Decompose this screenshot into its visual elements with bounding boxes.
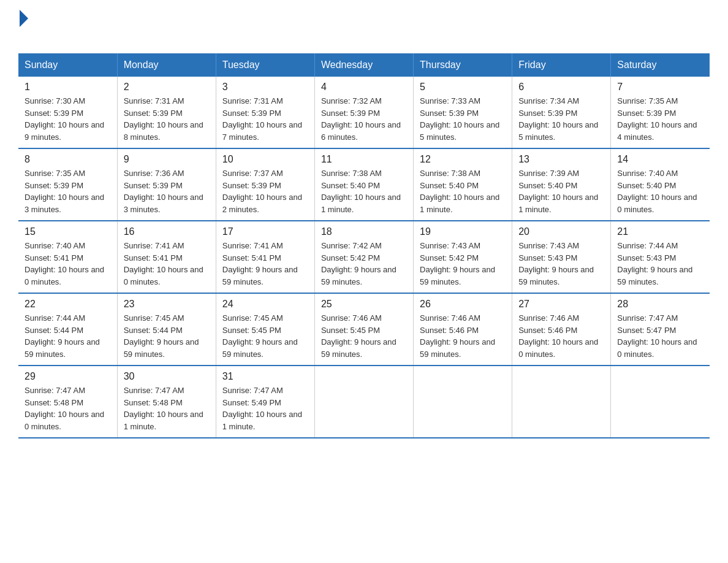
day-number: 26 xyxy=(420,299,506,310)
header-day-friday: Friday xyxy=(512,53,611,77)
calendar-table: SundayMondayTuesdayWednesdayThursdayFrid… xyxy=(18,53,710,439)
calendar-week-row: 29Sunrise: 7:47 AMSunset: 5:48 PMDayligh… xyxy=(18,366,710,438)
day-info: Sunrise: 7:34 AMSunset: 5:39 PMDaylight:… xyxy=(518,95,604,143)
calendar-cell xyxy=(314,366,413,438)
day-number: 6 xyxy=(518,82,604,93)
day-number: 14 xyxy=(617,154,703,165)
day-number: 31 xyxy=(222,371,308,382)
header-day-tuesday: Tuesday xyxy=(216,53,314,77)
day-number: 23 xyxy=(124,299,210,310)
calendar-cell: 26Sunrise: 7:46 AMSunset: 5:46 PMDayligh… xyxy=(414,293,512,366)
day-number: 27 xyxy=(518,299,604,310)
calendar-cell: 10Sunrise: 7:37 AMSunset: 5:39 PMDayligh… xyxy=(216,148,314,221)
calendar-header-row: SundayMondayTuesdayWednesdayThursdayFrid… xyxy=(18,53,710,77)
day-info: Sunrise: 7:31 AMSunset: 5:39 PMDaylight:… xyxy=(222,95,308,143)
calendar-week-row: 1Sunrise: 7:30 AMSunset: 5:39 PMDaylight… xyxy=(18,77,710,148)
day-number: 24 xyxy=(222,299,308,310)
calendar-cell: 4Sunrise: 7:32 AMSunset: 5:39 PMDaylight… xyxy=(314,77,413,148)
day-info: Sunrise: 7:38 AMSunset: 5:40 PMDaylight:… xyxy=(321,167,407,215)
day-info: Sunrise: 7:41 AMSunset: 5:41 PMDaylight:… xyxy=(124,240,210,288)
day-number: 19 xyxy=(420,226,506,237)
day-info: Sunrise: 7:41 AMSunset: 5:41 PMDaylight:… xyxy=(222,240,308,288)
day-number: 11 xyxy=(321,154,407,165)
calendar-cell: 31Sunrise: 7:47 AMSunset: 5:49 PMDayligh… xyxy=(216,366,314,438)
day-info: Sunrise: 7:32 AMSunset: 5:39 PMDaylight:… xyxy=(321,95,407,143)
day-info: Sunrise: 7:30 AMSunset: 5:39 PMDaylight:… xyxy=(25,95,111,143)
day-info: Sunrise: 7:46 AMSunset: 5:45 PMDaylight:… xyxy=(321,312,407,360)
calendar-cell: 18Sunrise: 7:42 AMSunset: 5:42 PMDayligh… xyxy=(314,221,413,293)
day-info: Sunrise: 7:35 AMSunset: 5:39 PMDaylight:… xyxy=(25,167,111,215)
day-info: Sunrise: 7:38 AMSunset: 5:40 PMDaylight:… xyxy=(420,167,506,215)
calendar-cell: 27Sunrise: 7:46 AMSunset: 5:46 PMDayligh… xyxy=(512,293,611,366)
header-day-wednesday: Wednesday xyxy=(314,53,413,77)
day-number: 13 xyxy=(518,154,604,165)
calendar-cell: 5Sunrise: 7:33 AMSunset: 5:39 PMDaylight… xyxy=(414,77,512,148)
day-number: 1 xyxy=(25,82,111,93)
day-number: 9 xyxy=(124,154,210,165)
calendar-cell: 30Sunrise: 7:47 AMSunset: 5:48 PMDayligh… xyxy=(117,366,216,438)
day-info: Sunrise: 7:43 AMSunset: 5:43 PMDaylight:… xyxy=(518,240,604,288)
day-info: Sunrise: 7:43 AMSunset: 5:42 PMDaylight:… xyxy=(420,240,506,288)
header-day-saturday: Saturday xyxy=(611,53,710,77)
day-info: Sunrise: 7:33 AMSunset: 5:39 PMDaylight:… xyxy=(420,95,506,143)
calendar-cell: 29Sunrise: 7:47 AMSunset: 5:48 PMDayligh… xyxy=(18,366,117,438)
calendar-cell: 11Sunrise: 7:38 AMSunset: 5:40 PMDayligh… xyxy=(314,148,413,221)
header-day-monday: Monday xyxy=(117,53,216,77)
calendar-cell: 13Sunrise: 7:39 AMSunset: 5:40 PMDayligh… xyxy=(512,148,611,221)
calendar-cell: 21Sunrise: 7:44 AMSunset: 5:43 PMDayligh… xyxy=(611,221,710,293)
day-info: Sunrise: 7:39 AMSunset: 5:40 PMDaylight:… xyxy=(518,167,604,215)
day-number: 4 xyxy=(321,82,407,93)
day-number: 25 xyxy=(321,299,407,310)
calendar-cell: 19Sunrise: 7:43 AMSunset: 5:42 PMDayligh… xyxy=(414,221,512,293)
day-number: 16 xyxy=(124,226,210,237)
calendar-week-row: 8Sunrise: 7:35 AMSunset: 5:39 PMDaylight… xyxy=(18,148,710,221)
header xyxy=(18,12,710,42)
calendar-cell xyxy=(414,366,512,438)
calendar-cell xyxy=(512,366,611,438)
calendar-cell: 14Sunrise: 7:40 AMSunset: 5:40 PMDayligh… xyxy=(611,148,710,221)
calendar-cell xyxy=(611,366,710,438)
day-info: Sunrise: 7:47 AMSunset: 5:49 PMDaylight:… xyxy=(222,385,308,432)
day-number: 17 xyxy=(222,226,308,237)
calendar-cell: 16Sunrise: 7:41 AMSunset: 5:41 PMDayligh… xyxy=(117,221,216,293)
header-day-thursday: Thursday xyxy=(414,53,512,77)
day-info: Sunrise: 7:45 AMSunset: 5:45 PMDaylight:… xyxy=(222,312,308,360)
calendar-cell: 22Sunrise: 7:44 AMSunset: 5:44 PMDayligh… xyxy=(18,293,117,366)
day-number: 22 xyxy=(25,299,111,310)
day-info: Sunrise: 7:45 AMSunset: 5:44 PMDaylight:… xyxy=(124,312,210,360)
calendar-week-row: 15Sunrise: 7:40 AMSunset: 5:41 PMDayligh… xyxy=(18,221,710,293)
calendar-cell: 1Sunrise: 7:30 AMSunset: 5:39 PMDaylight… xyxy=(18,77,117,148)
calendar-cell: 24Sunrise: 7:45 AMSunset: 5:45 PMDayligh… xyxy=(216,293,314,366)
day-info: Sunrise: 7:47 AMSunset: 5:48 PMDaylight:… xyxy=(124,385,210,432)
day-number: 15 xyxy=(25,226,111,237)
day-number: 5 xyxy=(420,82,506,93)
calendar-week-row: 22Sunrise: 7:44 AMSunset: 5:44 PMDayligh… xyxy=(18,293,710,366)
day-info: Sunrise: 7:47 AMSunset: 5:48 PMDaylight:… xyxy=(25,385,111,432)
header-day-sunday: Sunday xyxy=(18,53,117,77)
day-number: 10 xyxy=(222,154,308,165)
day-info: Sunrise: 7:31 AMSunset: 5:39 PMDaylight:… xyxy=(124,95,210,143)
day-info: Sunrise: 7:36 AMSunset: 5:39 PMDaylight:… xyxy=(124,167,210,215)
day-number: 12 xyxy=(420,154,506,165)
day-number: 7 xyxy=(617,82,703,93)
calendar-cell: 15Sunrise: 7:40 AMSunset: 5:41 PMDayligh… xyxy=(18,221,117,293)
calendar-cell: 3Sunrise: 7:31 AMSunset: 5:39 PMDaylight… xyxy=(216,77,314,148)
day-number: 2 xyxy=(124,82,210,93)
day-number: 8 xyxy=(25,154,111,165)
calendar-cell: 7Sunrise: 7:35 AMSunset: 5:39 PMDaylight… xyxy=(611,77,710,148)
calendar-cell: 17Sunrise: 7:41 AMSunset: 5:41 PMDayligh… xyxy=(216,221,314,293)
day-info: Sunrise: 7:40 AMSunset: 5:40 PMDaylight:… xyxy=(617,167,703,215)
day-number: 18 xyxy=(321,226,407,237)
day-info: Sunrise: 7:35 AMSunset: 5:39 PMDaylight:… xyxy=(617,95,703,143)
day-number: 20 xyxy=(518,226,604,237)
day-info: Sunrise: 7:44 AMSunset: 5:43 PMDaylight:… xyxy=(617,240,703,288)
day-info: Sunrise: 7:44 AMSunset: 5:44 PMDaylight:… xyxy=(25,312,111,360)
day-number: 30 xyxy=(124,371,210,382)
calendar-cell: 28Sunrise: 7:47 AMSunset: 5:47 PMDayligh… xyxy=(611,293,710,366)
day-number: 28 xyxy=(617,299,703,310)
day-info: Sunrise: 7:46 AMSunset: 5:46 PMDaylight:… xyxy=(518,312,604,360)
calendar-cell: 12Sunrise: 7:38 AMSunset: 5:40 PMDayligh… xyxy=(414,148,512,221)
calendar-cell: 2Sunrise: 7:31 AMSunset: 5:39 PMDaylight… xyxy=(117,77,216,148)
day-info: Sunrise: 7:46 AMSunset: 5:46 PMDaylight:… xyxy=(420,312,506,360)
day-info: Sunrise: 7:37 AMSunset: 5:39 PMDaylight:… xyxy=(222,167,308,215)
